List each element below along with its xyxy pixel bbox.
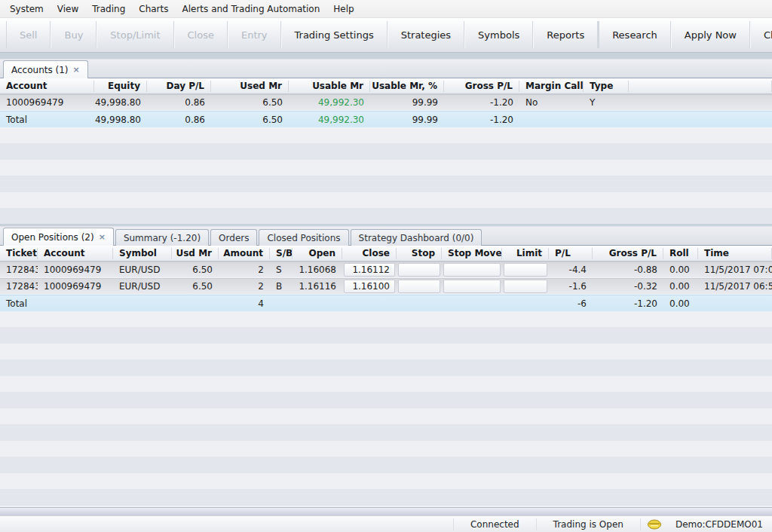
positions-col-account[interactable]: Account	[38, 248, 113, 259]
trading-settings-button[interactable]: Trading Settings	[281, 21, 388, 48]
pos2-symbol: EUR/USD	[113, 281, 172, 292]
accounts-col-type[interactable]: Type	[584, 81, 629, 92]
positions-total-label: Total	[0, 298, 38, 309]
positions-col-pl[interactable]: P/L	[549, 248, 593, 259]
positions-col-gross-pl[interactable]: Gross P/L	[593, 248, 663, 259]
tab-accounts-close-icon[interactable]: ×	[73, 65, 80, 75]
pos2-ticket: 17284306	[0, 281, 38, 292]
positions-col-stop[interactable]: Stop	[397, 248, 442, 259]
strategies-button[interactable]: Strategies	[388, 21, 464, 48]
accounts-header-row: Account Equity Day P/L Used Mr Usable Mr…	[0, 78, 772, 94]
accounts-col-gross-pl[interactable]: Gross P/L	[444, 81, 519, 92]
positions-col-symbol[interactable]: Symbol	[113, 248, 172, 259]
positions-col-usd-mr[interactable]: Usd Mr	[172, 248, 219, 259]
pos2-stop-field[interactable]	[398, 280, 440, 293]
tab-strategy-dashboard-label: Strategy Dashboard (0/0)	[359, 233, 474, 243]
tab-summary-label: Summary (-1.20)	[124, 233, 201, 243]
demo-account-label: Demo:CFDDEMO01	[668, 518, 772, 530]
toolbar: Sell Buy Stop/Limit Close Entry Trading …	[0, 18, 772, 53]
position-row-2[interactable]: 17284306 1000969479 EUR/USD 6.50 2 B 1.1…	[0, 278, 772, 295]
pos1-ticket: 17284311	[0, 264, 38, 275]
tab-accounts-label: Accounts (1)	[11, 65, 69, 75]
accounts-col-account[interactable]: Account	[0, 81, 94, 92]
pos1-stop-field[interactable]	[398, 263, 440, 277]
pos1-close-price-button[interactable]: 1.16112	[344, 263, 395, 277]
positions-col-sb[interactable]: S/B	[270, 248, 293, 259]
chat-button[interactable]: Chat	[750, 21, 772, 48]
apply-now-button[interactable]: Apply Now	[671, 21, 750, 48]
positions-col-roll[interactable]: Roll	[663, 248, 698, 259]
pos1-limit-field[interactable]	[504, 263, 547, 277]
tab-closed-positions[interactable]: Closed Positions	[259, 229, 348, 246]
pos2-pl: -1.6	[549, 281, 593, 292]
positions-total-gross-pl: -1.20	[593, 298, 663, 309]
menu-charts[interactable]: Charts	[132, 1, 175, 17]
pos1-roll: 0.00	[663, 264, 698, 275]
pos1-stop-move-field[interactable]	[443, 263, 501, 277]
tab-open-positions-close-icon[interactable]: ×	[99, 232, 106, 242]
accounts-col-day-pl[interactable]: Day P/L	[147, 81, 211, 92]
status-bar: Connected Trading is Open Demo:CFDDEMO01	[0, 515, 772, 532]
tab-open-positions-label: Open Positions (2)	[11, 232, 94, 243]
tab-open-positions[interactable]: Open Positions (2) ×	[3, 228, 114, 246]
menu-trading[interactable]: Trading	[85, 1, 132, 17]
tab-closed-positions-label: Closed Positions	[267, 233, 340, 243]
positions-col-limit[interactable]: Limit	[502, 248, 549, 259]
accounts-empty-rows	[0, 127, 772, 224]
menu-bar: System View Trading Charts Alerts and Tr…	[0, 0, 772, 18]
accounts-total-usable-mr-pct: 99.99	[370, 115, 444, 125]
account-usable-mr-pct: 99.99	[370, 97, 444, 108]
pos1-symbol: EUR/USD	[113, 264, 172, 275]
pos1-pl: -4.4	[549, 264, 593, 275]
positions-col-time[interactable]: Time	[698, 248, 772, 259]
close-button[interactable]: Close	[174, 21, 228, 48]
accounts-col-usable-mr[interactable]: Usable Mr	[289, 81, 370, 92]
stop-limit-button[interactable]: Stop/Limit	[96, 21, 173, 48]
pos2-usd-mr: 6.50	[172, 281, 219, 292]
account-usable-mr: 49,992.30	[289, 97, 370, 108]
positions-total-pl: -6	[549, 298, 593, 309]
accounts-tabstrip: Accounts (1) ×	[0, 60, 772, 78]
tab-summary[interactable]: Summary (-1.20)	[115, 229, 209, 246]
entry-button[interactable]: Entry	[228, 21, 281, 48]
accounts-col-usable-mr-pct[interactable]: Usable Mr, %	[370, 81, 444, 92]
accounts-row[interactable]: 1000969479 49,998.80 0.86 6.50 49,992.30…	[0, 94, 772, 111]
positions-col-close[interactable]: Close	[342, 248, 397, 259]
buy-button[interactable]: Buy	[51, 21, 96, 48]
position-row-1[interactable]: 17284311 1000969479 EUR/USD 6.50 2 S 1.1…	[0, 261, 772, 278]
tab-orders[interactable]: Orders	[210, 229, 257, 246]
accounts-col-margin-call[interactable]: Margin Call	[519, 81, 584, 92]
account-id: 1000969479	[0, 97, 94, 108]
positions-panel: Open Positions (2) × Summary (-1.20) Ord…	[0, 226, 772, 507]
positions-col-amount[interactable]: Amount	[219, 248, 270, 259]
pos2-account: 1000969479	[38, 281, 113, 292]
positions-col-open[interactable]: Open	[293, 248, 342, 259]
positions-col-stop-move[interactable]: Stop Move	[442, 248, 502, 259]
spread-icon-wrap	[640, 518, 668, 530]
pos2-gross-pl: -0.32	[593, 281, 663, 292]
accounts-col-used-mr[interactable]: Used Mr	[211, 81, 289, 92]
symbols-button[interactable]: Symbols	[464, 21, 533, 48]
pos1-time: 11/5/2017 07:00	[698, 264, 772, 275]
accounts-total-equity: 49,998.80	[94, 115, 147, 125]
positions-total-roll: 0.00	[663, 298, 698, 309]
menu-view[interactable]: View	[51, 1, 85, 17]
sell-button[interactable]: Sell	[6, 21, 51, 48]
menu-system[interactable]: System	[3, 1, 51, 17]
pos1-gross-pl: -0.88	[593, 264, 663, 275]
pos2-close-price-button[interactable]: 1.16100	[344, 280, 395, 293]
positions-total-row: Total 4 -6 -1.20 0.00	[0, 295, 772, 311]
research-button[interactable]: Research	[599, 21, 671, 48]
pos2-limit-field[interactable]	[504, 280, 547, 293]
reports-button[interactable]: Reports	[533, 21, 598, 48]
menu-alerts-automation[interactable]: Alerts and Trading Automation	[176, 1, 327, 17]
accounts-panel: Accounts (1) × Account Equity Day P/L Us…	[0, 59, 772, 223]
pos2-stop-move-field[interactable]	[443, 280, 501, 293]
tab-accounts[interactable]: Accounts (1) ×	[3, 60, 88, 78]
positions-col-ticket[interactable]: Ticket▼	[0, 248, 38, 259]
menu-help[interactable]: Help	[326, 1, 360, 17]
pos1-open: 1.16068	[293, 264, 342, 275]
accounts-total-row: Total 49,998.80 0.86 6.50 49,992.30 99.9…	[0, 111, 772, 127]
accounts-col-equity[interactable]: Equity	[94, 81, 147, 92]
tab-strategy-dashboard[interactable]: Strategy Dashboard (0/0)	[351, 229, 482, 246]
